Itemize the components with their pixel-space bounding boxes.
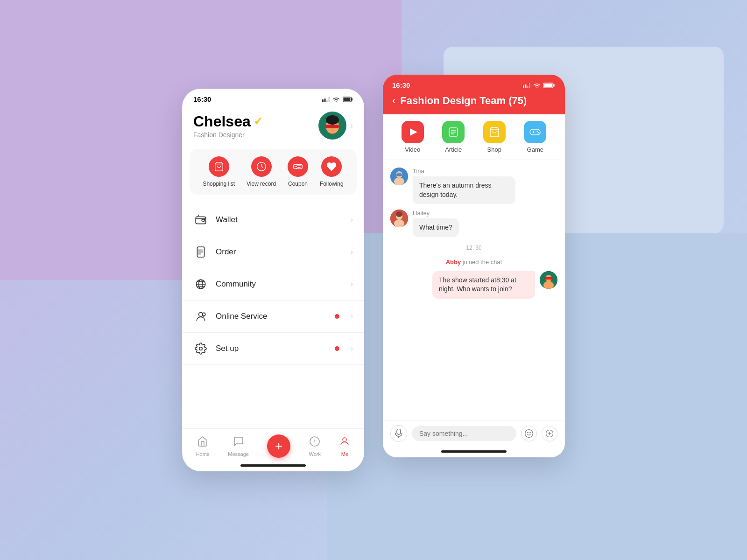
coupon-label: Coupon [288,181,308,187]
time-display-1: 16:30 [193,95,211,103]
chat-tab-shop[interactable]: Shop [483,121,506,153]
wifi-icon-1 [332,97,340,102]
avatar[interactable] [318,112,346,140]
profile-name-text: Chelsea [193,113,251,130]
signal-icon-2 [523,83,530,88]
nav-add[interactable]: + [267,434,290,458]
menu-item-wallet[interactable]: Wallet › [182,204,364,236]
chat-tab-article[interactable]: Article [442,121,465,153]
back-button[interactable]: ‹ [392,95,395,107]
menu-item-online-service[interactable]: Online Service › [182,301,364,333]
battery-icon-2 [543,83,556,88]
heart-icon [326,161,337,172]
quick-actions: Shopping list View record [190,149,357,195]
svg-rect-20 [202,219,205,221]
svg-rect-64 [395,174,403,176]
game-tab-icon [524,121,546,143]
add-icon: + [275,440,282,453]
action-shopping-list[interactable]: Shopping list [203,156,235,187]
chat-tab-game[interactable]: Game [524,121,546,153]
action-coupon[interactable]: Coupon [288,156,308,187]
svg-point-78 [527,432,529,434]
nav-work-label: Work [309,451,321,457]
svg-marker-50 [410,128,417,136]
menu-item-setup[interactable]: Set up › [182,333,364,365]
profile-section: Chelsea ✓ Fashion Designer [182,107,364,149]
order-label: Order [216,247,343,257]
home-indicator-1 [240,464,306,467]
user-message: The show started at8:30 at night. Who wa… [390,271,557,299]
nav-message[interactable]: Message [228,436,249,457]
user-bubble: The show started at8:30 at night. Who wa… [432,271,535,299]
hailey-bubble: What time? [413,218,459,237]
order-chevron: › [351,248,353,256]
chat-input[interactable] [412,426,516,441]
hailey-name: Hailey [413,210,459,217]
status-icons-1 [322,97,353,102]
svg-point-28 [198,252,199,252]
ticket-icon [293,161,303,172]
status-icons-2 [523,83,556,88]
menu-item-order[interactable]: Order › [182,236,364,268]
nav-me-label: Me [341,451,348,457]
svg-point-59 [537,131,538,133]
checkmark-icon: ✓ [254,115,263,128]
view-record-label: View record [247,181,276,187]
phone-profile: 16:30 [182,89,364,471]
following-icon [321,156,342,177]
chat-title-row: ‹ Fashion Design Team (75) [392,95,556,107]
tina-message-content: Tina There's an autumn dress design toda… [413,168,515,204]
shopping-list-icon [209,156,229,177]
add-button[interactable]: + [267,434,290,458]
wallet-chevron: › [351,216,353,224]
svg-rect-74 [397,429,401,434]
svg-rect-49 [544,84,552,87]
article-tab-label: Article [445,146,462,153]
svg-rect-48 [553,84,555,86]
svg-point-9 [326,115,339,125]
emoji-button[interactable] [521,426,537,441]
action-view-record[interactable]: View record [247,156,276,187]
online-service-badge [335,314,339,319]
svg-rect-45 [527,86,529,88]
message-tina: Tina There's an autumn dress design toda… [390,168,557,204]
chat-messages: Tina There's an autumn dress design toda… [383,160,565,420]
add-media-button[interactable] [542,426,557,441]
tina-name: Tina [413,168,515,175]
svg-rect-2 [326,100,328,102]
battery-icon-1 [343,97,353,102]
nav-message-label: Message [228,451,249,457]
article-tab-icon [442,121,465,143]
svg-rect-46 [529,83,531,88]
video-tab-label: Video [405,146,420,153]
bag-icon [214,161,224,172]
svg-point-79 [529,432,531,434]
profile-chevron[interactable]: › [350,121,353,131]
game-tab-label: Game [527,146,543,153]
chat-input-area [383,420,565,447]
nav-home[interactable]: Home [196,436,210,457]
nav-me[interactable]: Me [339,436,350,457]
shopping-list-label: Shopping list [203,181,235,187]
svg-rect-43 [523,85,524,88]
svg-point-77 [525,430,533,438]
svg-point-60 [538,132,540,133]
online-service-icon [193,309,208,324]
signal-icon-1 [322,97,330,102]
phones-container: 16:30 [182,89,565,471]
action-following[interactable]: Following [320,156,344,187]
mic-button[interactable] [390,425,407,442]
order-icon [193,245,208,259]
chat-timestamp: 12: 30 [390,245,557,251]
bottom-nav: Home Message + [182,428,364,461]
video-tab-icon [402,121,424,143]
wallet-label: Wallet [216,215,343,224]
nav-work[interactable]: Work [309,436,321,457]
shop-tab-icon [483,121,506,143]
nav-home-label: Home [196,451,210,457]
menu-item-community[interactable]: Community › [182,268,364,301]
svg-rect-5 [352,98,352,100]
avatar-container[interactable]: › [318,112,353,140]
svg-point-42 [343,438,346,441]
chat-tab-video[interactable]: Video [402,121,424,153]
